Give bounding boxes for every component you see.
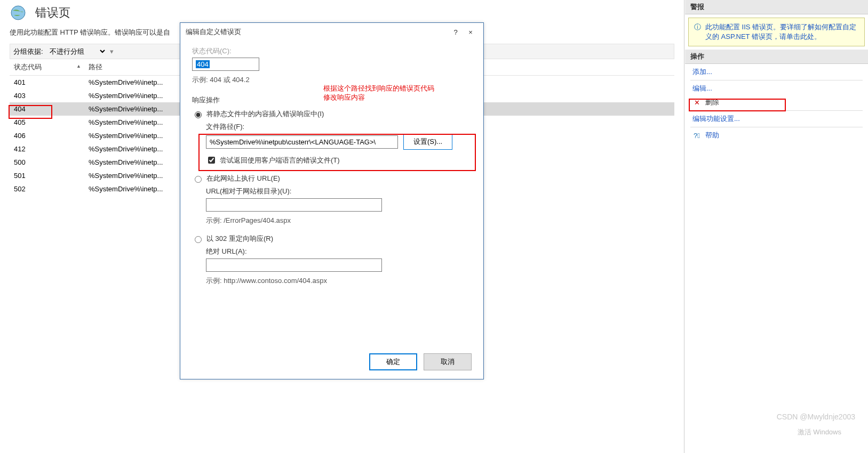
cell-status: 502 <box>10 184 84 194</box>
svg-point-0 <box>11 6 25 20</box>
help-button[interactable]: ? <box>448 28 463 36</box>
radio-execute-url[interactable] <box>195 176 202 183</box>
action-edit[interactable]: 编辑... <box>685 82 868 95</box>
group-by-label: 分组依据: <box>13 47 43 56</box>
action-add[interactable]: 添加... <box>685 65 868 79</box>
alert-text[interactable]: 此功能配置 IIS 错误页。要详细了解如何配置自定义的 ASP.NET 错误页，… <box>705 22 859 42</box>
page-title: 错误页 <box>35 5 70 21</box>
opt-static-file[interactable]: 将静态文件中的内容插入错误响应中(I) <box>192 109 472 119</box>
chk-client-lang[interactable] <box>208 157 215 164</box>
radio-static[interactable] <box>195 111 202 118</box>
cell-path: %SystemDrive%\inetp... <box>84 157 178 167</box>
close-button[interactable]: × <box>463 28 478 36</box>
cell-status: 501 <box>10 171 84 181</box>
col-status[interactable]: 状态代码▲ <box>10 59 84 75</box>
cell-status: 401 <box>10 77 84 87</box>
radio-redirect[interactable] <box>195 236 202 243</box>
cell-status: 403 <box>10 91 84 101</box>
cell-path: %SystemDrive%\inetp... <box>84 91 178 101</box>
client-lang-checkbox[interactable]: 尝试返回使用客户端语言的错误文件(T) <box>206 155 472 165</box>
abs-url-input[interactable] <box>206 258 382 272</box>
delete-icon: ✕ <box>692 99 701 107</box>
url-label: URL(相对于网站根目录)(U): <box>206 187 472 196</box>
status-example: 示例: 404 或 404.2 <box>192 75 472 85</box>
set-button[interactable]: 设置(S)... <box>403 134 452 150</box>
action-edit-feature[interactable]: 编辑功能设置... <box>685 112 868 126</box>
cell-status: 404 <box>10 104 84 114</box>
windows-watermark: 激活 Windows <box>798 427 841 437</box>
cell-path: %SystemDrive%\inetp... <box>84 131 178 141</box>
cell-status: 405 <box>10 117 84 127</box>
globe-icon <box>10 4 27 21</box>
cell-status: 412 <box>10 144 84 154</box>
url-example: 示例: /ErrorPages/404.aspx <box>206 216 472 225</box>
action-help[interactable]: ?⃝ 帮助 <box>685 128 868 142</box>
opt-execute-url[interactable]: 在此网站上执行 URL(E) <box>192 174 472 183</box>
actions-header: 操作 <box>685 50 868 64</box>
status-code-input[interactable]: 404 <box>192 58 259 71</box>
action-delete[interactable]: ✕ 删除 <box>685 95 868 109</box>
cancel-button[interactable]: 取消 <box>424 353 472 370</box>
cell-path: %SystemDrive%\inetp... <box>84 184 178 194</box>
cell-path: %SystemDrive%\inetp... <box>84 77 178 87</box>
alert-box: ⓘ 此功能配置 IIS 错误页。要详细了解如何配置自定义的 ASP.NET 错误… <box>688 18 865 46</box>
abs-url-example: 示例: http://www.contoso.com/404.aspx <box>206 276 472 286</box>
alerts-header: 警报 <box>685 0 868 14</box>
url-input[interactable] <box>206 198 382 212</box>
cell-path: %SystemDrive%\inetp... <box>84 144 178 154</box>
annotation-line2: 修改响应内容 <box>323 93 434 102</box>
cell-path: %SystemDrive%\inetp... <box>84 104 178 114</box>
csdn-watermark: CSDN @Mwyldnje2003 <box>777 412 855 421</box>
annotation-line1: 根据这个路径找到响应的错误页代码 <box>323 84 434 93</box>
cell-status: 500 <box>10 157 84 167</box>
status-code-label: 状态代码(C): <box>192 46 472 56</box>
cell-path: %SystemDrive%\inetp... <box>84 117 178 127</box>
abs-url-label: 绝对 URL(A): <box>206 247 472 256</box>
help-icon: ?⃝ <box>692 132 701 140</box>
dialog-title: 编辑自定义错误页 <box>186 27 448 37</box>
group-by-select[interactable]: 不进行分组 <box>46 46 107 57</box>
file-path-label: 文件路径(F): <box>206 122 472 132</box>
info-icon: ⓘ <box>694 22 701 42</box>
edit-error-page-dialog: 编辑自定义错误页 ? × 状态代码(C): 404 示例: 404 或 404.… <box>180 22 484 379</box>
col-path[interactable]: 路径 <box>84 59 107 75</box>
ok-button[interactable]: 确定 <box>369 353 417 370</box>
file-path-input[interactable] <box>206 135 398 149</box>
cell-path: %SystemDrive%\inetp... <box>84 171 178 181</box>
cell-status: 406 <box>10 131 84 141</box>
opt-redirect[interactable]: 以 302 重定向响应(R) <box>192 234 472 244</box>
